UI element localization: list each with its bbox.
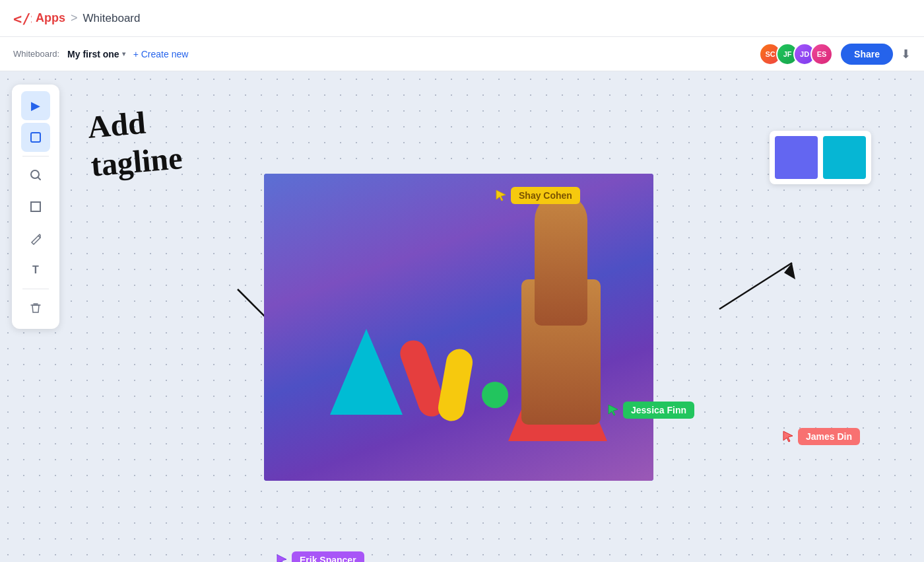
select-tool-button[interactable]: ▶: [21, 91, 50, 120]
cursor-label-shay: Shay Cohen: [511, 187, 580, 204]
cursor-jessica-finn: Jessica Finn: [607, 402, 694, 419]
toolbar-bar: Whiteboard: My first one ▾ + Create new …: [0, 37, 924, 71]
svg-marker-13: [609, 405, 618, 415]
svg-rect-11: [31, 202, 40, 211]
cursor-arrow-james: [782, 430, 795, 443]
cursor-label-jessica: Jessica Finn: [623, 402, 694, 419]
cursor-arrow-jessica: [607, 404, 620, 417]
whiteboard-image[interactable]: [264, 174, 653, 481]
purple-swatch[interactable]: [775, 136, 818, 179]
avatar-es[interactable]: ES: [810, 43, 833, 65]
green-ball: [482, 382, 508, 408]
search-tool-button[interactable]: [21, 160, 50, 190]
cursor-shay-cohen: Shay Cohen: [495, 187, 580, 204]
canvas-area[interactable]: ▶ T: [0, 71, 924, 562]
breadcrumb-separator: >: [71, 11, 78, 25]
cursor-arrow-erik: [276, 553, 289, 562]
svg-marker-15: [277, 555, 286, 562]
svg-marker-14: [783, 431, 793, 442]
tool-divider: [22, 156, 49, 157]
cyan-triangle: [330, 329, 403, 415]
text-tool-button[interactable]: T: [21, 256, 50, 285]
tool-panel: ▶ T: [12, 85, 59, 329]
cursor-label-james: James Din: [798, 428, 860, 445]
pen-tool-button[interactable]: [21, 224, 50, 253]
board-name: My first one: [67, 49, 119, 59]
cursor-label-erik: Erik Spancer: [292, 551, 364, 562]
apps-label: Apps: [36, 11, 65, 25]
shape-tool-button[interactable]: [21, 192, 50, 221]
svg-rect-8: [31, 133, 40, 142]
cyan-swatch[interactable]: [823, 136, 866, 179]
svg-marker-4: [784, 263, 795, 279]
toolbar-left: Whiteboard: My first one ▾ + Create new: [13, 49, 188, 59]
frame-tool-button[interactable]: [21, 123, 50, 152]
toolbar-right: SC JF JD ES Share ⬇: [759, 43, 911, 65]
svg-text:</>: </>: [13, 11, 32, 27]
chevron-down-icon: ▾: [122, 50, 125, 57]
board-selector[interactable]: My first one ▾: [67, 49, 125, 59]
yellow-pill: [436, 347, 475, 423]
app-logo[interactable]: </> Apps: [13, 9, 65, 28]
share-button[interactable]: Share: [841, 44, 893, 65]
tool-divider-2: [22, 289, 49, 289]
color-swatches-panel[interactable]: [770, 131, 871, 184]
avatar-group: SC JF JD ES: [759, 43, 833, 65]
cursor-james-din: James Din: [782, 428, 860, 445]
cursor-arrow-shay: [495, 189, 508, 202]
whiteboard-text: Addtagline: [86, 100, 183, 184]
download-icon[interactable]: ⬇: [901, 47, 911, 61]
svg-marker-12: [496, 190, 506, 201]
delete-tool-button[interactable]: [21, 293, 50, 322]
svg-line-3: [719, 263, 792, 309]
top-navigation: </> Apps > Whiteboard: [0, 0, 924, 37]
create-new-button[interactable]: + Create new: [133, 49, 189, 59]
cursor-erik-spancer: Erik Spancer: [276, 551, 364, 562]
hand: [535, 193, 587, 326]
whiteboard-label: Whiteboard:: [13, 49, 59, 59]
svg-line-10: [38, 178, 41, 180]
breadcrumb-whiteboard: Whiteboard: [83, 12, 141, 25]
